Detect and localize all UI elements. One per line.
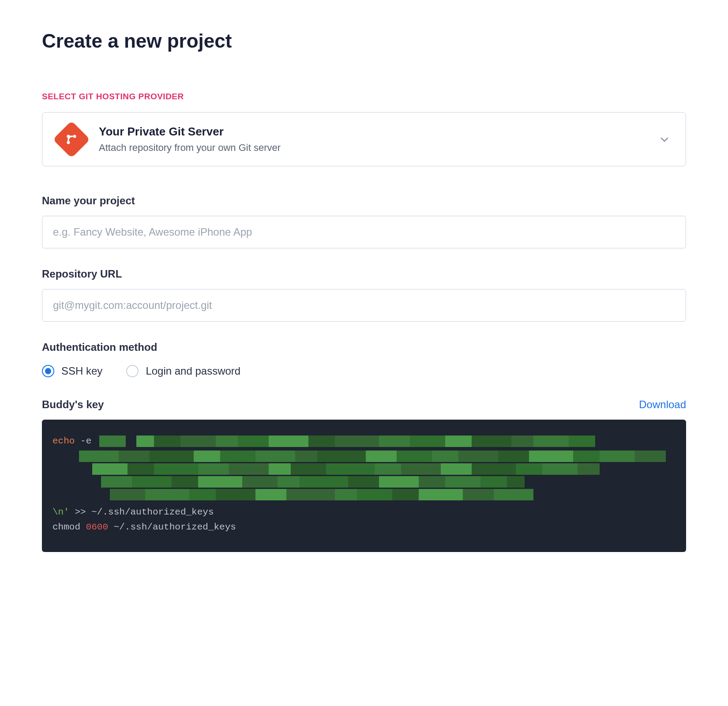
redacted-key-icon bbox=[154, 463, 198, 475]
redacted-key-icon bbox=[445, 476, 480, 488]
redacted-key-icon bbox=[317, 451, 366, 462]
redacted-key-icon bbox=[79, 451, 119, 462]
redacted-key-icon bbox=[357, 489, 392, 500]
redacted-key-icon bbox=[216, 489, 255, 500]
code-token: -e bbox=[80, 434, 91, 449]
redacted-key-icon bbox=[472, 436, 511, 447]
redacted-key-icon bbox=[635, 451, 666, 462]
redacted-key-icon bbox=[216, 436, 238, 447]
radio-ssh-label: SSH key bbox=[61, 365, 102, 377]
code-token: .ssh bbox=[125, 522, 147, 532]
redacted-key-icon bbox=[511, 436, 533, 447]
code-token: /authorized_keys bbox=[147, 522, 236, 532]
redacted-key-icon bbox=[255, 451, 295, 462]
code-token: .ssh bbox=[102, 507, 124, 517]
redacted-key-icon bbox=[189, 489, 216, 500]
redacted-key-icon bbox=[132, 476, 172, 488]
code-token: ~/ bbox=[108, 522, 125, 532]
provider-title: Your Private Git Server bbox=[99, 125, 659, 139]
redacted-key-icon bbox=[445, 436, 472, 447]
redacted-key-icon bbox=[401, 463, 441, 475]
radio-circle-icon bbox=[42, 365, 54, 377]
redacted-key-icon bbox=[308, 436, 335, 447]
repository-url-label: Repository URL bbox=[42, 268, 686, 280]
radio-ssh-key[interactable]: SSH key bbox=[42, 365, 102, 377]
auth-method-label: Authentication method bbox=[42, 341, 686, 353]
provider-text: Your Private Git Server Attach repositor… bbox=[99, 125, 659, 154]
code-token: >> bbox=[69, 507, 91, 517]
redacted-key-icon bbox=[573, 451, 600, 462]
redacted-key-icon bbox=[529, 451, 573, 462]
redacted-key-icon bbox=[220, 451, 255, 462]
project-name-label: Name your project bbox=[42, 195, 686, 207]
redacted-key-icon bbox=[119, 451, 150, 462]
code-token: chmod bbox=[53, 522, 86, 532]
redacted-key-icon bbox=[441, 463, 472, 475]
project-name-input[interactable] bbox=[42, 216, 686, 248]
redacted-key-icon bbox=[480, 476, 507, 488]
redacted-key-icon bbox=[92, 463, 128, 475]
radio-login-password[interactable]: Login and password bbox=[126, 365, 240, 377]
redacted-key-icon bbox=[278, 476, 300, 488]
redacted-key-icon bbox=[533, 436, 569, 447]
redacted-key-icon bbox=[463, 489, 494, 500]
ssh-key-code-block: echo -e bbox=[42, 420, 686, 552]
provider-selector[interactable]: Your Private Git Server Attach repositor… bbox=[42, 112, 686, 166]
redacted-key-icon bbox=[194, 451, 220, 462]
redacted-key-icon bbox=[379, 436, 410, 447]
redacted-key-icon bbox=[419, 489, 463, 500]
redacted-key-icon bbox=[379, 476, 419, 488]
redacted-key-icon bbox=[110, 489, 145, 500]
redacted-key-icon bbox=[229, 463, 269, 475]
redacted-key-icon bbox=[238, 436, 269, 447]
code-token: ~/ bbox=[91, 507, 102, 517]
redacted-key-icon bbox=[366, 451, 397, 462]
redacted-key-icon bbox=[128, 463, 154, 475]
radio-circle-icon bbox=[126, 365, 139, 377]
chevron-down-icon bbox=[659, 134, 670, 145]
redacted-key-icon bbox=[198, 463, 229, 475]
code-token: /authorized_keys bbox=[125, 507, 214, 517]
redacted-key-icon bbox=[255, 489, 286, 500]
redacted-key-icon bbox=[578, 463, 600, 475]
redacted-key-icon bbox=[145, 489, 189, 500]
redacted-key-icon bbox=[432, 451, 458, 462]
radio-login-label: Login and password bbox=[146, 365, 240, 377]
redacted-key-icon bbox=[498, 451, 529, 462]
redacted-key-icon bbox=[569, 436, 595, 447]
redacted-key-icon bbox=[335, 489, 357, 500]
redacted-key-icon bbox=[375, 463, 401, 475]
redacted-key-icon bbox=[101, 476, 132, 488]
page-title: Create a new project bbox=[42, 30, 686, 52]
redacted-key-icon bbox=[600, 451, 635, 462]
code-token: echo bbox=[53, 434, 75, 449]
redacted-key-icon bbox=[335, 436, 379, 447]
redacted-key-icon bbox=[291, 463, 326, 475]
redacted-key-icon bbox=[458, 451, 498, 462]
redacted-key-icon bbox=[172, 476, 198, 488]
code-token: \n' bbox=[53, 507, 69, 517]
redacted-key-icon bbox=[507, 476, 525, 488]
code-token bbox=[75, 434, 80, 449]
download-key-link[interactable]: Download bbox=[639, 398, 686, 411]
redacted-key-icon bbox=[300, 476, 348, 488]
redacted-key-icon bbox=[286, 489, 335, 500]
redacted-key-icon bbox=[136, 436, 154, 447]
redacted-key-icon bbox=[269, 436, 308, 447]
redacted-key-icon bbox=[419, 476, 445, 488]
code-line: chmod 0600 ~/.ssh/authorized_keys bbox=[53, 520, 675, 535]
git-icon bbox=[53, 120, 90, 158]
repository-url-input[interactable] bbox=[42, 289, 686, 322]
redacted-key-icon bbox=[542, 463, 578, 475]
redacted-key-icon bbox=[180, 436, 216, 447]
redacted-key-icon bbox=[472, 463, 516, 475]
redacted-key-icon bbox=[150, 451, 194, 462]
redacted-key-icon bbox=[326, 463, 375, 475]
redacted-key-icon bbox=[397, 451, 432, 462]
buddys-key-label: Buddy's key bbox=[42, 398, 104, 411]
code-line: \n' >> ~/.ssh/authorized_keys bbox=[53, 505, 675, 520]
redacted-key-icon bbox=[392, 489, 419, 500]
redacted-key-icon bbox=[295, 451, 317, 462]
redacted-key-icon bbox=[198, 476, 242, 488]
redacted-key-icon bbox=[410, 436, 445, 447]
